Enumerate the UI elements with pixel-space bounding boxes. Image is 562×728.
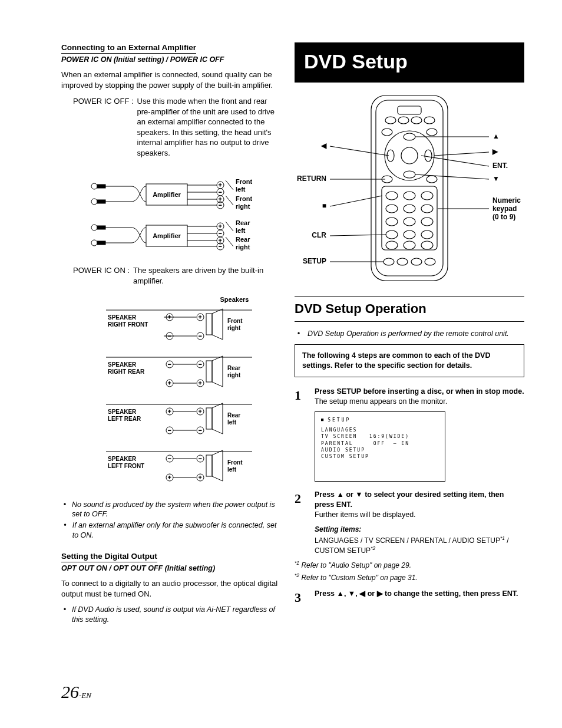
svg-text:Front: Front	[227, 459, 243, 466]
svg-text:−: −	[168, 333, 171, 339]
svg-text:−: −	[199, 333, 201, 339]
framed-note: The following 4 steps are common to each…	[295, 344, 524, 377]
svg-text:Rear: Rear	[236, 236, 250, 243]
svg-text:+: +	[168, 409, 171, 414]
svg-rect-9	[97, 226, 105, 229]
svg-text:LEFT FRONT: LEFT FRONT	[108, 463, 144, 469]
svg-text:+: +	[199, 314, 201, 320]
svg-text:left: left	[236, 227, 246, 234]
svg-text:ENT.: ENT.	[492, 162, 508, 170]
heading-digital-out: Setting the Digital Output	[61, 551, 157, 562]
svg-text:−: −	[219, 230, 222, 236]
svg-text:▼: ▼	[492, 174, 500, 183]
svg-text:LEFT REAR: LEFT REAR	[108, 416, 141, 422]
svg-text:Rear: Rear	[236, 219, 250, 226]
svg-rect-121	[398, 106, 421, 114]
svg-line-163	[421, 156, 489, 166]
setup-menu-screenshot: ■SETUP LANGUAGES TV SCREEN 16:9(WIDE) PA…	[315, 411, 445, 482]
svg-text:◀: ◀	[320, 141, 327, 150]
svg-text:−: −	[219, 189, 222, 195]
svg-text:+: +	[168, 314, 171, 320]
svg-text:SPEAKER: SPEAKER	[108, 456, 137, 462]
svg-text:SETUP: SETUP	[303, 257, 326, 265]
svg-text:Front: Front	[236, 195, 252, 202]
page-number: 26-EN	[61, 682, 91, 702]
left-column: Connecting to an External Amplifier POWE…	[61, 42, 278, 628]
svg-text:■: ■	[322, 202, 326, 210]
svg-text:−: −	[219, 243, 222, 249]
svg-rect-119	[371, 95, 448, 281]
svg-point-123	[398, 117, 409, 124]
svg-text:Front: Front	[227, 318, 243, 324]
svg-rect-12	[97, 241, 105, 245]
svg-point-131	[404, 171, 415, 178]
svg-point-130	[404, 133, 415, 140]
svg-text:(0 to 9): (0 to 9)	[492, 213, 515, 221]
svg-point-129	[427, 129, 437, 136]
svg-text:RIGHT FRONT: RIGHT FRONT	[108, 321, 148, 328]
svg-text:−: −	[199, 456, 201, 462]
svg-text:−: −	[199, 427, 201, 433]
svg-text:RIGHT REAR: RIGHT REAR	[108, 368, 145, 375]
svg-text:Rear: Rear	[227, 365, 240, 371]
svg-text:+: +	[199, 475, 201, 480]
svg-text:SPEAKER: SPEAKER	[108, 409, 137, 415]
svg-point-140	[386, 205, 398, 213]
digital-intro: To connect to a digitally to an audio pr…	[61, 578, 278, 599]
svg-line-162	[434, 152, 489, 156]
svg-line-158	[330, 196, 382, 206]
svg-text:Amplifier: Amplifier	[153, 191, 181, 198]
svg-point-141	[404, 205, 415, 213]
svg-text:Amplifier: Amplifier	[153, 232, 181, 239]
step-3: 3 Press ▲, ▼, ◀ or ▶ to change the setti…	[295, 589, 524, 607]
svg-text:−: −	[199, 361, 201, 367]
svg-text:+: +	[219, 182, 222, 188]
svg-text:Front: Front	[236, 178, 252, 185]
svg-point-148	[421, 230, 433, 239]
svg-point-154	[411, 258, 422, 265]
svg-text:+: +	[168, 475, 171, 480]
svg-rect-6	[97, 200, 105, 203]
svg-text:right: right	[236, 243, 250, 251]
poweric-off-def: POWER IC OFF : Use this mode when the fr…	[73, 96, 278, 158]
svg-text:−: −	[168, 456, 171, 462]
svg-point-125	[424, 117, 435, 124]
svg-text:−: −	[168, 427, 171, 433]
svg-text:keypad: keypad	[492, 205, 517, 213]
svg-point-142	[421, 205, 433, 213]
svg-point-155	[425, 258, 435, 265]
svg-text:▲: ▲	[492, 132, 500, 140]
svg-text:▶: ▶	[492, 147, 498, 156]
svg-text:+: +	[199, 380, 201, 386]
svg-point-150	[404, 241, 415, 249]
svg-text:RETURN: RETURN	[297, 174, 326, 183]
svg-point-133	[425, 150, 432, 162]
svg-text:Rear: Rear	[227, 412, 240, 419]
svg-point-151	[421, 241, 433, 249]
svg-text:Numeric: Numeric	[492, 196, 521, 205]
svg-point-138	[404, 192, 415, 200]
svg-rect-97	[206, 455, 212, 476]
svg-point-137	[386, 192, 398, 200]
svg-text:SPEAKER: SPEAKER	[108, 361, 137, 368]
svg-line-156	[330, 146, 389, 156]
intro-text: When an external amplifier is connected,…	[61, 70, 278, 90]
poweric-on-def: POWER IC ON : The speakers are driven by…	[73, 265, 278, 286]
svg-point-11	[91, 240, 97, 246]
heading-ext-amp-sub: POWER IC ON (Initial setting) / POWER IC…	[61, 55, 278, 65]
svg-rect-60	[206, 314, 212, 335]
svg-text:+: +	[219, 223, 222, 229]
svg-point-153	[397, 258, 408, 265]
svg-text:+: +	[219, 196, 222, 202]
svg-point-135	[427, 176, 437, 183]
svg-line-38	[226, 180, 233, 190]
svg-text:+: +	[168, 380, 171, 386]
svg-point-145	[421, 218, 433, 226]
speaker-diagram: Speakers + + − −	[61, 295, 278, 495]
svg-text:+: +	[199, 409, 201, 414]
svg-point-144	[404, 218, 415, 226]
svg-text:Speakers: Speakers	[220, 296, 249, 303]
svg-point-5	[91, 199, 97, 205]
svg-text:right: right	[227, 372, 241, 378]
svg-text:right: right	[236, 203, 250, 210]
